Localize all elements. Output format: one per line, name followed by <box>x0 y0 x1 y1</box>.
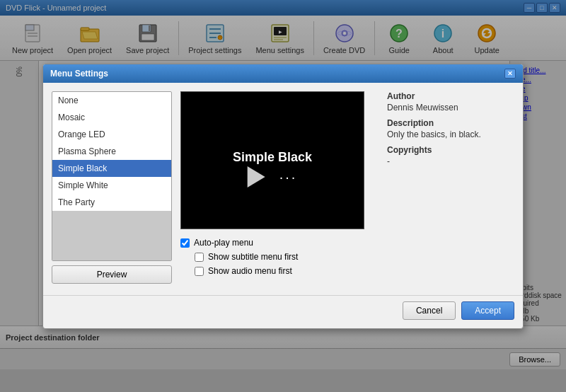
menu-item-simple-white[interactable]: Simple White <box>52 177 171 194</box>
menu-item-plasma-sphere[interactable]: Plasma Sphere <box>52 143 171 160</box>
auto-play-label: Auto-play menu <box>194 238 253 248</box>
accept-button[interactable]: Accept <box>461 301 514 320</box>
show-audio-label: Show audio menu first <box>208 266 292 276</box>
copyrights-label: Copyrights <box>387 145 514 155</box>
modal-buttons: Cancel Accept <box>43 295 523 328</box>
preview-button-container: Preview <box>52 265 172 284</box>
menu-item-none[interactable]: None <box>52 92 171 109</box>
modal-title: Menu Settings <box>50 69 108 79</box>
menu-item-mosaic[interactable]: Mosaic <box>52 109 171 126</box>
video-preview-title: Simple Black <box>233 150 312 165</box>
show-subtitle-row: Show subtitle menu first <box>195 252 379 262</box>
auto-play-row: Auto-play menu <box>180 238 379 248</box>
menu-list: None Mosaic Orange LED Plasma Sphere Sim… <box>52 91 172 261</box>
menu-list-section: None Mosaic Orange LED Plasma Sphere Sim… <box>52 91 172 284</box>
preview-area: Simple Black ··· Auto-play menu Show sub… <box>180 91 379 284</box>
checkboxes-area: Auto-play menu Show subtitle menu first … <box>180 238 379 276</box>
show-audio-checkbox[interactable] <box>195 267 204 276</box>
preview-button[interactable]: Preview <box>52 265 172 284</box>
description-label: Description <box>387 118 514 128</box>
modal-content: None Mosaic Orange LED Plasma Sphere Sim… <box>43 83 523 292</box>
author-value: Dennis Meuwissen <box>387 103 514 113</box>
modal-overlay: Menu Settings ✕ None Mosaic Orange LED P… <box>0 0 566 392</box>
description-value: Only the basics, in black. <box>387 129 514 139</box>
info-panel: Author Dennis Meuwissen Description Only… <box>387 91 514 284</box>
copyrights-value: - <box>387 156 514 166</box>
menu-settings-dialog: Menu Settings ✕ None Mosaic Orange LED P… <box>42 64 524 329</box>
menu-item-simple-black[interactable]: Simple Black <box>52 160 171 177</box>
author-label: Author <box>387 91 514 101</box>
menu-item-orange-led[interactable]: Orange LED <box>52 126 171 143</box>
auto-play-checkbox[interactable] <box>180 238 190 248</box>
dots-icon: ··· <box>279 169 298 185</box>
show-audio-row: Show audio menu first <box>195 266 379 276</box>
menu-list-empty-space <box>52 211 171 260</box>
play-icon <box>248 166 265 188</box>
show-subtitle-label: Show subtitle menu first <box>208 252 298 262</box>
menu-item-the-party[interactable]: The Party <box>52 194 171 211</box>
show-subtitle-checkbox[interactable] <box>195 253 204 262</box>
modal-close-button[interactable]: ✕ <box>504 69 516 79</box>
cancel-button[interactable]: Cancel <box>403 301 456 320</box>
video-controls: ··· <box>248 166 298 188</box>
modal-title-bar: Menu Settings ✕ <box>43 64 523 83</box>
video-preview: Simple Black ··· <box>180 91 364 229</box>
